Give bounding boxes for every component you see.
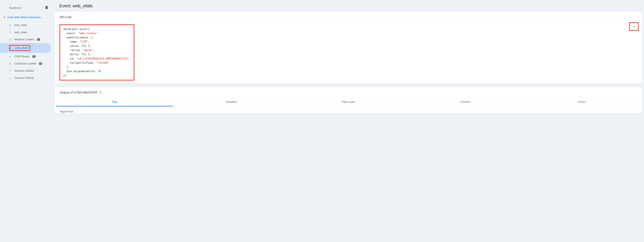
event-label: DOM Ready (14, 55, 29, 58)
clear-events-icon[interactable] (45, 5, 49, 10)
event-group-title: Core Web Vitals measurem… (8, 16, 44, 19)
event-list: 8web_vitals7web_vitals6Window Loaded</>5… (0, 20, 53, 82)
event-item[interactable]: 4DOM Ready</> (0, 53, 51, 60)
summary-label: Summary (9, 6, 22, 10)
code-badge-icon: </> (39, 62, 42, 65)
output-title: Output of GTM-PMZ5VPR (60, 91, 97, 95)
event-item[interactable]: 8web_vitals (0, 22, 51, 29)
selected-event-highlight: 5web_vitals (9, 45, 30, 51)
api-call-code: dataLayer.push({ event: "web_vitals", we… (60, 25, 134, 80)
collapse-toggle[interactable] (629, 22, 639, 31)
event-label: Container Loaded (14, 62, 36, 65)
tab-variables[interactable]: Variables (173, 98, 290, 106)
event-label: web_vitals (14, 24, 27, 27)
chevron-down-icon (4, 17, 6, 18)
event-label: Consent Default (14, 76, 34, 80)
output-tabs: TagsVariablesData LayerConsentErrors (55, 98, 642, 107)
event-number: 7 (9, 31, 12, 34)
sidebar: Summary Core Web Vitals measurem… 8web_v… (0, 0, 53, 242)
api-call-card: API Call dataLayer.push({ event: "web_vi… (54, 11, 642, 84)
tags-fired-title: Tags Fired (55, 107, 642, 113)
event-label: web_vitals (14, 31, 27, 34)
event-number: 1 (9, 77, 12, 80)
sidebar-header: Summary (0, 3, 53, 14)
tab-tags[interactable]: Tags (56, 98, 173, 106)
tab-consent[interactable]: Consent (407, 98, 524, 106)
event-number: 8 (9, 24, 12, 27)
event-item[interactable]: 3Container Loaded</> (0, 60, 51, 67)
tab-errors[interactable]: Errors (524, 98, 641, 106)
code-badge-icon: </> (37, 38, 40, 41)
page-title: Event: web_vitals (54, 2, 642, 11)
help-icon[interactable]: ? (99, 91, 102, 94)
event-number: 5 (10, 47, 12, 50)
event-label: Window Loaded (14, 38, 34, 41)
event-item[interactable]: 2Consent Update (0, 67, 51, 74)
event-item[interactable]: 7web_vitals (0, 29, 51, 36)
output-card: Output of GTM-PMZ5VPR ? TagsVariablesDat… (54, 87, 642, 114)
main-content: Event: web_vitals API Call dataLayer.pus… (53, 0, 644, 242)
event-label: Consent Update (14, 69, 34, 72)
api-call-body: dataLayer.push({ event: "web_vitals", we… (55, 22, 642, 84)
event-label: web_vitals (15, 46, 28, 50)
event-group-header[interactable]: Core Web Vitals measurem… (0, 14, 53, 20)
event-number: 2 (9, 69, 12, 72)
chevron-up-icon (632, 24, 636, 29)
api-call-header: API Call (55, 11, 642, 22)
output-header: Output of GTM-PMZ5VPR ? (55, 87, 642, 98)
event-item[interactable]: 5web_vitals (0, 43, 51, 53)
event-item[interactable]: 1Consent Default (0, 74, 51, 82)
event-number: 6 (9, 38, 12, 41)
tab-data-layer[interactable]: Data Layer (290, 98, 407, 106)
event-item[interactable]: 6Window Loaded</> (0, 36, 51, 43)
api-call-title: API Call (60, 15, 71, 19)
event-number: 4 (9, 55, 12, 58)
code-badge-icon: </> (32, 55, 36, 58)
api-call-code-highlight: dataLayer.push({ event: "web_vitals", we… (60, 24, 134, 81)
event-number: 3 (9, 62, 12, 65)
